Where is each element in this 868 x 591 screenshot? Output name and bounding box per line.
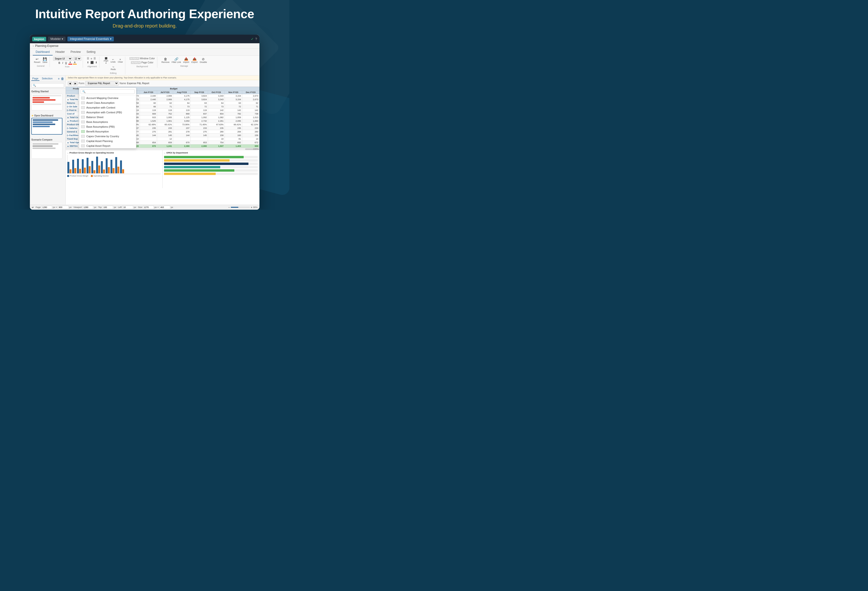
- cell-10-3: 275: [140, 130, 157, 134]
- orange-bar-0: [69, 169, 71, 174]
- integrated-financial-nav[interactable]: Integrated Financial Essentials ▾: [68, 37, 114, 41]
- delete-page-button[interactable]: 🗑: [61, 77, 64, 81]
- dropdown-item-3[interactable]: Assumption with Context (PBI): [79, 110, 136, 115]
- bar-group-10: [115, 157, 119, 173]
- font-size-select[interactable]: 11: [73, 57, 81, 61]
- dropdown-item-4[interactable]: Balance Sheet: [79, 115, 136, 119]
- help-icon[interactable]: ?: [255, 37, 257, 41]
- dropdown-item-1[interactable]: Asset Class Assumption: [79, 100, 136, 105]
- cell-2-9: 62: [242, 102, 259, 105]
- align-dropdown-button[interactable]: ⬛ Align ▾: [103, 57, 109, 65]
- tab-preview[interactable]: Preview: [68, 49, 84, 56]
- clear-button[interactable]: ✕ Clear: [117, 58, 124, 63]
- dropdown-item-9[interactable]: Capital Asset Planning: [79, 139, 136, 143]
- page-color-swatch[interactable]: Page Color: [130, 61, 154, 64]
- dropdown-search-input[interactable]: [81, 89, 134, 94]
- page-width-input[interactable]: [41, 206, 52, 209]
- dropdown-item-10[interactable]: Capital Asset Report: [79, 143, 136, 148]
- dropdown-item-7[interactable]: Benefit Assumption: [79, 129, 136, 134]
- left-input[interactable]: [123, 206, 133, 209]
- save-button[interactable]: 💾 Save: [42, 57, 48, 64]
- undo-button[interactable]: ↩ Undo: [110, 58, 117, 63]
- dropdown-item-2[interactable]: Assumption with Context: [79, 105, 136, 110]
- tab-dashboard[interactable]: Dashboard: [33, 49, 53, 56]
- align-bottom-button[interactable]: ⬇: [95, 61, 98, 64]
- size-height-input[interactable]: [159, 206, 170, 209]
- cell-9-7: 235: [208, 127, 224, 130]
- chart-radio-right: ○: [164, 152, 165, 155]
- cell-14-8: 1,403: [224, 144, 242, 148]
- dropdown-item-8[interactable]: Capex Overview by Country: [79, 134, 136, 139]
- hero-subtitle: Drag-and-drop report building.: [5, 23, 285, 29]
- dropdown-item-0[interactable]: Account Mapping Overview: [79, 96, 136, 100]
- right-chart: ○ OPEX by Department: [162, 150, 260, 188]
- disable-button[interactable]: ⊘ Disable: [199, 57, 208, 64]
- sidebar-search-input[interactable]: [31, 83, 64, 87]
- sidebar-tab-page[interactable]: Page: [31, 77, 40, 81]
- bold-button[interactable]: B: [58, 62, 61, 65]
- zoom-in-button[interactable]: +: [251, 206, 252, 209]
- top-input[interactable]: [102, 206, 113, 209]
- opex-thumb[interactable]: [31, 118, 62, 135]
- align-right-button[interactable]: ☰: [93, 57, 96, 60]
- cell-5-4: 752: [157, 112, 173, 116]
- cell-8-8: 66.41%: [224, 123, 242, 127]
- window-color-swatch[interactable]: Window Color: [128, 57, 156, 60]
- dropdown-item-6[interactable]: Base Assumptions (PBI): [79, 124, 136, 129]
- right-chart-title: OPEX by Department: [166, 152, 188, 154]
- redo-button[interactable]: ↪ Redo: [110, 65, 117, 71]
- size-width-input[interactable]: [143, 206, 154, 209]
- align-left-button[interactable]: ☰: [86, 57, 90, 60]
- tab-setting[interactable]: Setting: [84, 49, 98, 56]
- filter-link-button[interactable]: 🔗 Filter Link: [171, 57, 182, 64]
- ribbon-editing-group: ⬛ Align ▾ ↩ Undo ✕ Clear ↪ Redo: [101, 57, 125, 74]
- item-icon-9: [81, 140, 85, 143]
- align-middle-button[interactable]: ⬛: [90, 61, 94, 64]
- page-height-input[interactable]: [58, 206, 69, 209]
- hbar-item-4: [164, 169, 258, 172]
- modeler-nav[interactable]: Modeler ▾: [48, 37, 65, 41]
- col-sep: Sep FY23: [190, 91, 208, 94]
- italic-button[interactable]: I: [62, 62, 64, 65]
- back-nav-button[interactable]: ◀: [68, 81, 72, 85]
- scenario-thumb[interactable]: [31, 142, 62, 159]
- font-color-indicator: A: [68, 61, 72, 65]
- alignment-label: Alignment: [87, 65, 97, 68]
- name-label: Name: [120, 82, 126, 85]
- sidebar-tab-selection[interactable]: Selection: [41, 77, 53, 81]
- charts-row: ○ Product Gross Margin vs Operating Inco…: [66, 150, 260, 188]
- forward-nav-button[interactable]: ▶: [73, 81, 78, 85]
- item-icon-2: [81, 106, 85, 109]
- ribbon: ↩ Revert 💾 Save General Segoe UI 11: [30, 56, 260, 75]
- dropdown-item-5[interactable]: Base Assumptions: [79, 119, 136, 124]
- cell-11-4: 145: [157, 134, 173, 137]
- cell-13-6: 653: [190, 141, 208, 144]
- revert-button[interactable]: ↩ Revert: [33, 57, 41, 64]
- cell-5-6: 837: [190, 112, 208, 116]
- report-name-select[interactable]: Expense P&L Report: [85, 81, 119, 85]
- viewport-input[interactable]: [83, 206, 93, 209]
- remove-button[interactable]: 🗑 Remove: [161, 57, 170, 64]
- cell-1-8: 3,154: [224, 98, 242, 102]
- cell-6-5: 1,125: [173, 116, 190, 119]
- underline-button[interactable]: U: [64, 62, 68, 65]
- cell-0-9: 2,673: [242, 94, 259, 98]
- cell-11-9: 156: [242, 134, 259, 137]
- export-button[interactable]: 📤 Export: [190, 57, 198, 64]
- getting-started-thumb[interactable]: [31, 94, 62, 111]
- viewport-status: Viewport px: [74, 206, 96, 209]
- tab-header[interactable]: Header: [53, 49, 68, 56]
- window-color-box: [130, 57, 139, 60]
- cell-3-8: 72: [224, 105, 242, 109]
- zoom-track[interactable]: [231, 207, 250, 208]
- highlight-indicator: A: [73, 61, 77, 65]
- align-center-button[interactable]: ≡: [90, 57, 93, 60]
- page-color-box: [131, 62, 140, 64]
- add-page-button[interactable]: +: [58, 77, 60, 81]
- import-button[interactable]: 📥 Import: [182, 57, 190, 64]
- hbar-track-4: [164, 169, 258, 172]
- zoom-out-button[interactable]: −: [228, 206, 230, 209]
- font-select[interactable]: Segoe UI: [53, 57, 72, 61]
- align-top-button[interactable]: ⬆: [86, 61, 89, 64]
- cell-0-4: 2,906: [157, 94, 173, 98]
